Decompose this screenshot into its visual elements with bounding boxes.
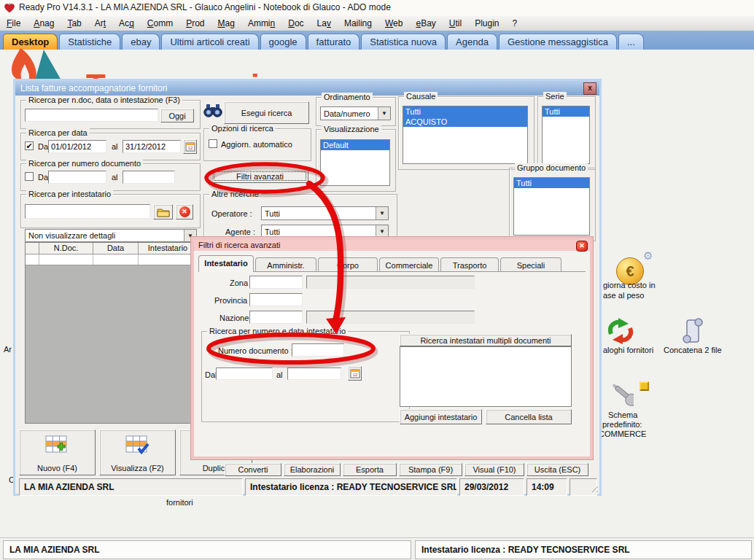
menu-mag[interactable]: Mag (211, 18, 241, 28)
menu-ebay[interactable]: eBay (409, 18, 442, 28)
icon-label-aggiorna-1[interactable]: giorna costo in (603, 281, 656, 289)
filtri-tab-amministr-[interactable]: Amministr. (255, 257, 316, 272)
calendar-button[interactable]: 12 (183, 139, 197, 154)
icon-label-schema-1[interactable]: Schema (608, 411, 637, 419)
dialog-titlebar[interactable]: Lista fatture accompagnatorie fornitori (15, 81, 599, 96)
menu-comm[interactable]: Comm (141, 18, 179, 28)
menu-doc[interactable]: Doc (281, 18, 310, 28)
filtri-date-from-input[interactable] (216, 368, 273, 380)
menu-acq[interactable]: Acq (112, 18, 141, 28)
filtri-tab-trasporto[interactable]: Trasporto (440, 257, 499, 272)
numdoc-checkbox[interactable] (25, 172, 34, 181)
filtri-calendar-button[interactable]: 12 (348, 366, 362, 381)
filtri-tab-commerciale[interactable]: Commerciale (379, 257, 439, 272)
cataloghi-fornitori-icon[interactable] (607, 318, 634, 344)
tab-gestione-messaggistica[interactable]: Gestione messaggistica (499, 34, 617, 50)
table-col-ndoc[interactable]: N.Doc. (39, 243, 93, 254)
menu-[interactable]: ? (506, 18, 524, 28)
menu-lav[interactable]: Lav (311, 18, 338, 28)
filtri-tab-intestatario[interactable]: Intestatario (198, 255, 254, 272)
icon-label-aggiorna-2[interactable]: ase al peso (603, 291, 644, 300)
results-table[interactable]: N.Doc. Data Intestatario (25, 242, 198, 424)
tab-statistiche[interactable]: Statistiche (59, 34, 120, 50)
menu-util[interactable]: Util (443, 18, 468, 28)
tab-ultimi-articoli-creati[interactable]: Ultimi articoli creati (161, 34, 258, 50)
filtri-avanzati-button[interactable]: Filtri avanzati (211, 169, 308, 183)
filtri-tab-speciali[interactable]: Speciali (500, 257, 561, 272)
list-item-tutti[interactable]: Tutti (403, 106, 527, 117)
visualizzazione-listbox[interactable]: Default (320, 139, 390, 186)
dettagli-dropdown[interactable]: Non visualizzare dettagli ▼ (25, 229, 197, 242)
oggi-button[interactable]: Oggi (160, 109, 194, 122)
intestatario-input[interactable] (25, 204, 150, 219)
filtri-close-button[interactable]: ✕ (576, 241, 588, 252)
menu-plugin[interactable]: Plugin (468, 18, 505, 28)
aggiorn-checkbox[interactable] (209, 139, 217, 148)
tab-fatturato[interactable]: fatturato (308, 34, 360, 50)
menu-tab[interactable]: Tab (61, 18, 88, 28)
cancella-lista-button[interactable]: Cancella lista (486, 409, 572, 424)
menu-file[interactable]: File (0, 18, 27, 28)
serie-listbox[interactable]: Tutti (542, 106, 590, 164)
list-item-acquisto[interactable]: ACQUISTO (403, 117, 527, 127)
dialog-close-button[interactable]: x (583, 82, 596, 95)
table-col-data[interactable]: Data (93, 243, 139, 254)
nuovo-button[interactable]: Nuovo (F4) (19, 429, 96, 475)
list-item-tutti[interactable]: Tutti (514, 178, 589, 188)
schema-wrench-icon[interactable] (603, 382, 634, 411)
gear-icon[interactable]: ⚙ (643, 249, 653, 262)
operatore-dropdown[interactable]: Tutti ▼ (261, 206, 389, 220)
esegui-ricerca-button[interactable]: Esegui ricerca (224, 101, 309, 124)
table-row[interactable] (26, 254, 197, 265)
visual-button[interactable]: Visual (F10) (465, 463, 524, 476)
table-col-intestatario[interactable]: Intestatario (139, 243, 197, 254)
list-item-tutti[interactable]: Tutti (543, 106, 589, 117)
visualizza-button[interactable]: Visualizza (F2) (99, 429, 176, 475)
gruppo-documento-listbox[interactable]: Tutti (513, 177, 590, 236)
numdoc-to-input[interactable] (123, 171, 175, 184)
tab-ebay[interactable]: ebay (122, 34, 160, 50)
causale-listbox[interactable]: TuttiACQUISTO (403, 106, 528, 164)
uscita-button[interactable]: Uscita (ESC) (526, 463, 588, 476)
icon-label-schema-2[interactable]: predefinito: (602, 420, 642, 429)
ordinamento-dropdown[interactable]: Data/numero ▼ (320, 106, 391, 120)
menu-art[interactable]: Art (88, 18, 112, 28)
stampa-button[interactable]: Stampa (F9) (399, 463, 462, 476)
icon-label-cataloghi[interactable]: aloghi fornitori (603, 346, 653, 354)
filtri-tab-corpo[interactable]: Corpo (318, 257, 378, 272)
nazione-input[interactable] (249, 311, 303, 324)
table-col-row-selector[interactable] (26, 243, 39, 254)
numero-documento-input[interactable] (292, 343, 344, 357)
tab-google[interactable]: google (260, 34, 306, 50)
provincia-input[interactable] (249, 293, 303, 306)
date-to-input[interactable] (123, 140, 181, 153)
filtri-date-to-input[interactable] (287, 368, 341, 380)
menu-anag[interactable]: Anag (27, 18, 61, 28)
icon-label-schema-3[interactable]: COMMERCE (599, 429, 646, 438)
multipli-header[interactable]: Ricerca intestatari multipli documenti (400, 334, 572, 346)
tab--[interactable]: ... (618, 34, 644, 50)
menu-web[interactable]: Web (378, 18, 409, 28)
concatena-scroll-icon[interactable] (680, 317, 705, 345)
esporta-button[interactable]: Esporta (343, 463, 397, 476)
filtri-titlebar[interactable]: Filtri di ricerca avanzati (194, 240, 590, 251)
icon-label-concatena[interactable]: Concatena 2 file (664, 346, 722, 354)
search-ndoc-input[interactable] (25, 109, 158, 122)
menu-ammin[interactable]: Ammin (241, 18, 281, 28)
tab-statistica-nuova[interactable]: Statistica nuova (361, 34, 446, 50)
date-range-checkbox[interactable]: ✔ (25, 141, 34, 150)
clear-intestatario-button[interactable]: ✕ (176, 204, 193, 219)
menu-prod[interactable]: Prod (179, 18, 211, 28)
list-item-default[interactable]: Default (321, 140, 389, 150)
multipli-listbox[interactable] (400, 346, 572, 407)
aggiungi-intestatario-button[interactable]: Aggiungi intestatario (400, 409, 482, 424)
numdoc-from-input[interactable] (48, 171, 106, 184)
zona-input[interactable] (249, 276, 303, 289)
date-from-input[interactable] (48, 140, 106, 153)
yellow-cube-icon[interactable] (640, 381, 649, 391)
converti-button[interactable]: Converti (225, 463, 281, 476)
browse-intestatario-button[interactable] (153, 204, 173, 219)
menu-mailing[interactable]: Mailing (338, 18, 378, 28)
tab-agenda[interactable]: Agenda (447, 34, 497, 50)
elaborazioni-button[interactable]: Elaborazioni (284, 463, 341, 476)
